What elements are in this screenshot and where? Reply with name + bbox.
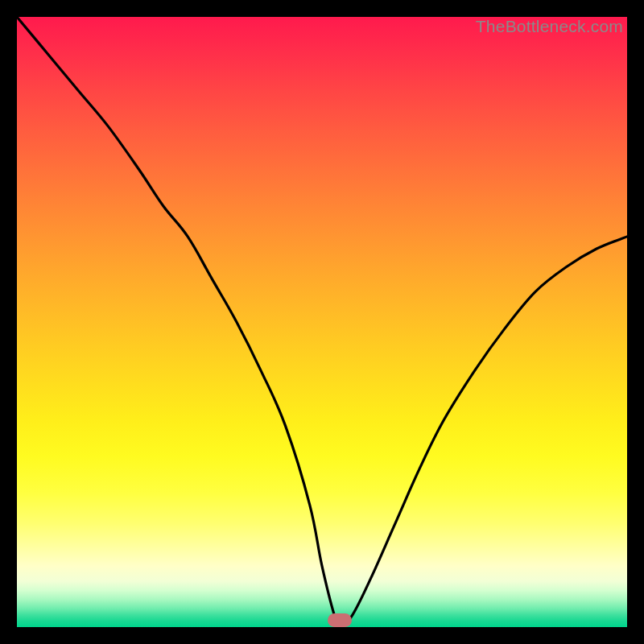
curve-path xyxy=(17,17,627,627)
watermark-text: TheBottleneck.com xyxy=(476,17,623,36)
chart-frame: TheBottleneck.com xyxy=(0,0,644,644)
minimum-marker xyxy=(328,613,352,627)
plot-area: TheBottleneck.com xyxy=(17,17,627,627)
bottleneck-curve xyxy=(17,17,627,627)
